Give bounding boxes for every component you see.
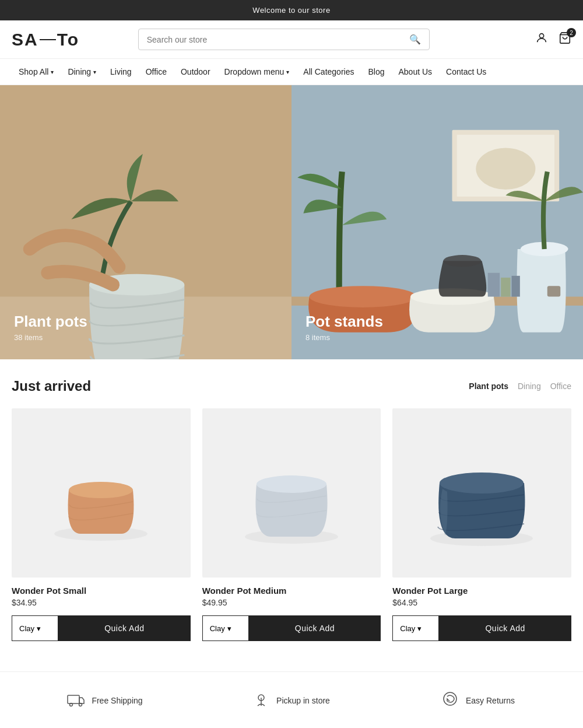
pot-small-image — [48, 443, 153, 542]
svg-point-0 — [539, 34, 543, 38]
nav-blog[interactable]: Blog — [361, 59, 391, 85]
store-icon — [253, 691, 269, 710]
product-card-medium: Wonder Pot Medium $49.95 Clay ▾ Quick Ad… — [202, 408, 381, 641]
logo-divider — [40, 39, 56, 40]
cart-badge: 2 — [567, 28, 576, 37]
nav-shop-all[interactable]: Shop All ▾ — [12, 59, 61, 85]
section-title: Just arrived — [12, 378, 91, 394]
nav-about-us[interactable]: About Us — [392, 59, 440, 85]
returns-icon — [441, 691, 459, 710]
product-price-medium: $49.95 — [202, 598, 381, 607]
hero-left-title: Plant pots — [14, 313, 87, 331]
top-banner: Welcome to our store — [0, 0, 583, 20]
product-price-large: $64.95 — [392, 598, 571, 607]
search-input[interactable] — [147, 35, 405, 44]
variant-select-small[interactable]: Clay ▾ — [12, 615, 58, 641]
logo-sa: SA — [12, 31, 38, 48]
hero-right-count: 8 items — [305, 333, 383, 342]
pot-large-image — [425, 439, 539, 547]
benefits-bar: Free Shipping Pickup in store Easy Retur… — [0, 671, 583, 728]
svg-rect-16 — [501, 278, 510, 297]
svg-point-27 — [79, 704, 82, 706]
hero-left-label: Plant pots 38 items — [14, 313, 87, 342]
chevron-down-icon: ▾ — [286, 69, 289, 75]
nav-outdoor[interactable]: Outdoor — [174, 59, 217, 85]
product-name-large: Wonder Pot Large — [392, 586, 571, 596]
svg-rect-18 — [547, 286, 560, 296]
site-header: SA To 🔍 2 — [0, 20, 583, 59]
hero-right-title: Pot stands — [305, 313, 383, 331]
logo-to: To — [57, 31, 79, 48]
hero-pot-stands[interactable]: Pot stands 8 items — [292, 85, 583, 359]
hero-plant-pots[interactable]: Plant pots 38 items — [0, 85, 292, 359]
chevron-down-icon: ▾ — [37, 624, 41, 633]
svg-rect-17 — [512, 276, 520, 297]
product-actions-medium: Clay ▾ Quick Add — [202, 615, 381, 641]
chevron-down-icon: ▾ — [417, 624, 422, 633]
nav-all-categories[interactable]: All Categories — [296, 59, 361, 85]
chevron-down-icon: ▾ — [93, 69, 96, 75]
svg-point-22 — [257, 475, 326, 493]
product-card-large: Wonder Pot Large $64.95 Clay ▾ Quick Add — [392, 408, 571, 641]
quick-add-large[interactable]: Quick Add — [439, 615, 571, 641]
filter-dining[interactable]: Dining — [518, 382, 541, 391]
shipping-icon — [67, 691, 85, 710]
benefit-pickup: Pickup in store — [198, 691, 385, 710]
header-icons: 2 — [535, 32, 571, 47]
product-actions-large: Clay ▾ Quick Add — [392, 615, 571, 641]
search-icon[interactable]: 🔍 — [409, 34, 421, 45]
nav-contact-us[interactable]: Contact Us — [439, 59, 493, 85]
site-logo[interactable]: SA To — [12, 31, 79, 48]
svg-point-14 — [443, 255, 481, 267]
benefit-returns: Easy Returns — [385, 691, 571, 710]
returns-label: Easy Returns — [466, 696, 515, 705]
main-nav: Shop All ▾ Dining ▾ Living Office Outdoo… — [0, 59, 583, 85]
filter-office[interactable]: Office — [550, 382, 571, 391]
quick-add-medium[interactable]: Quick Add — [249, 615, 381, 641]
variant-select-large[interactable]: Clay ▾ — [392, 615, 439, 641]
nav-dining[interactable]: Dining ▾ — [61, 59, 103, 85]
just-arrived-section: Just arrived Plant pots Dining Office Wo… — [0, 359, 583, 653]
filter-plant-pots[interactable]: Plant pots — [469, 382, 508, 391]
svg-point-11 — [310, 286, 417, 307]
hero-section: Plant pots 38 items — [0, 85, 583, 359]
variant-select-medium[interactable]: Clay ▾ — [202, 615, 249, 641]
section-header: Just arrived Plant pots Dining Office — [12, 378, 571, 394]
chevron-down-icon: ▾ — [51, 69, 54, 75]
search-bar: 🔍 — [138, 29, 430, 50]
benefit-free-shipping: Free Shipping — [12, 691, 198, 710]
product-name-small: Wonder Pot Small — [12, 586, 191, 596]
product-card-small: Wonder Pot Small $34.95 Clay ▾ Quick Add — [12, 408, 191, 641]
svg-rect-15 — [488, 273, 500, 297]
product-image-medium — [202, 408, 381, 578]
svg-point-20 — [69, 482, 133, 498]
cart-icon[interactable]: 2 — [559, 32, 571, 47]
quick-add-small[interactable]: Quick Add — [58, 615, 191, 641]
account-icon[interactable] — [535, 32, 548, 47]
chevron-down-icon: ▾ — [227, 624, 231, 633]
hero-right-label: Pot stands 8 items — [305, 313, 383, 342]
svg-point-24 — [440, 473, 524, 494]
pot-medium-image — [239, 440, 344, 545]
svg-point-26 — [70, 704, 73, 706]
pickup-label: Pickup in store — [276, 696, 330, 705]
nav-office[interactable]: Office — [139, 59, 174, 85]
product-actions-small: Clay ▾ Quick Add — [12, 615, 191, 641]
section-filters: Plant pots Dining Office — [469, 382, 571, 391]
nav-dropdown-menu[interactable]: Dropdown menu ▾ — [217, 59, 297, 85]
svg-point-10 — [476, 148, 535, 189]
product-name-medium: Wonder Pot Medium — [202, 586, 381, 596]
product-price-small: $34.95 — [12, 598, 191, 607]
product-image-large — [392, 408, 571, 578]
product-image-small — [12, 408, 191, 578]
hero-left-count: 38 items — [14, 333, 87, 342]
svg-rect-25 — [68, 695, 79, 704]
banner-text: Welcome to our store — [252, 6, 330, 15]
nav-living[interactable]: Living — [103, 59, 139, 85]
free-shipping-label: Free Shipping — [92, 696, 142, 705]
product-grid: Wonder Pot Small $34.95 Clay ▾ Quick Add — [12, 408, 571, 641]
